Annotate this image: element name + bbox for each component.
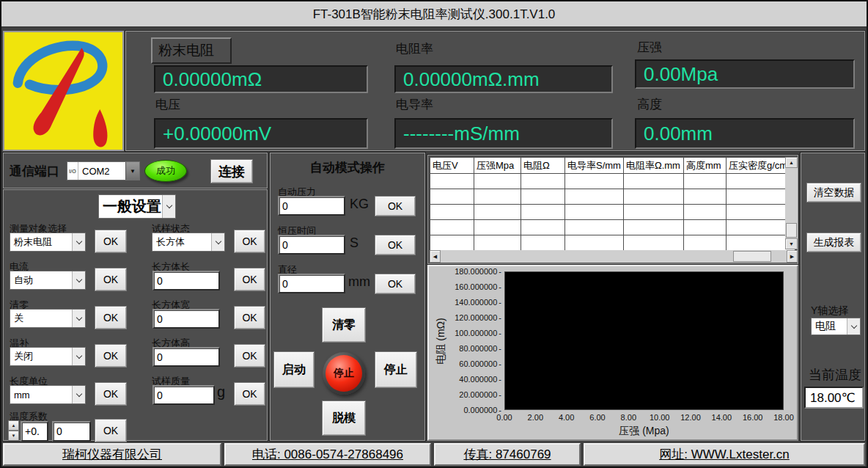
pressure-label: 压强 <box>637 39 662 56</box>
conductivity-display: --------mS/mm <box>394 118 613 149</box>
auto-pressure-field[interactable] <box>278 196 345 216</box>
col-resistance: 电阻Ω <box>521 158 565 174</box>
table-row <box>430 220 795 235</box>
chevron-down-icon[interactable] <box>162 195 175 218</box>
auto-pressure-ok-button[interactable]: OK <box>375 196 416 216</box>
scroll-up-icon[interactable]: ▲ <box>785 157 798 168</box>
logo-r-icon <box>4 32 122 150</box>
chevron-down-icon[interactable] <box>211 233 224 251</box>
spinner-down-icon[interactable]: ▼ <box>8 431 19 441</box>
col-pressure: 压强Mpa <box>474 158 521 174</box>
diameter-field[interactable] <box>278 274 345 293</box>
zero-button[interactable]: 清零 <box>322 307 366 343</box>
scroll-right-icon[interactable]: ▶ <box>787 250 798 263</box>
temp-coef-ok-button[interactable]: OK <box>95 419 127 442</box>
cuboid-length-field[interactable] <box>152 271 220 290</box>
chevron-down-icon[interactable] <box>72 348 85 365</box>
col-conductivity: 电导率S/mm <box>565 158 624 174</box>
y-axis-select[interactable]: 电阻 <box>811 318 861 335</box>
powder-resistance-display: 0.00000mΩ <box>154 65 368 93</box>
voltage-display: +0.00000mV <box>154 118 368 149</box>
diameter-unit: mm <box>348 274 370 290</box>
brand-logo <box>3 31 124 151</box>
com-port-select[interactable]: I/O COM2 ▼ <box>67 161 140 180</box>
spinner-up-icon[interactable]: ▲ <box>8 420 19 431</box>
cuboid-height-ok-button[interactable]: OK <box>234 344 265 368</box>
clear-data-button[interactable]: 清空数据 <box>806 183 861 202</box>
current-ok-button[interactable]: OK <box>95 268 127 291</box>
preset-select[interactable]: 一般设置 <box>98 194 176 219</box>
hold-time-field[interactable] <box>278 235 345 255</box>
sample-mass-field[interactable] <box>152 385 215 405</box>
zeroing-select[interactable]: 关 <box>10 309 86 328</box>
sample-mass-unit: g <box>217 384 225 401</box>
y-axis-select-label: Y轴选择 <box>811 304 848 318</box>
footer-company: 瑞柯仪器有限公司 <box>3 443 221 466</box>
generate-report-button[interactable]: 生成报表 <box>806 233 861 252</box>
footer-fax: 传真: 87460769 <box>434 443 581 466</box>
chevron-down-icon[interactable] <box>72 310 85 327</box>
temp-comp-ok-button[interactable]: OK <box>95 344 127 368</box>
scroll-left-icon[interactable]: ◀ <box>430 250 441 263</box>
right-side-panel: 清空数据 生成报表 Y轴选择 电阻 当前温度 18.00℃ <box>801 153 865 441</box>
hold-time-unit: S <box>350 235 358 251</box>
scroll-down-icon[interactable]: ▼ <box>785 238 798 249</box>
temp-coef-sign-field[interactable] <box>21 421 48 442</box>
footer-phone: 电话: 0086-0574-27868496 <box>224 443 431 466</box>
auto-mode-panel: 自动模式操作 自动压力 KG OK 恒压时间 S OK 直径 mm OK 清零 … <box>270 153 425 441</box>
settings-panel: 一般设置 测量对象选择 粉末电阻 OK 电流 自动 OK 清零 关 OK 温补 … <box>3 189 268 441</box>
conductivity-label: 电导率 <box>396 96 433 113</box>
cuboid-width-field[interactable] <box>152 309 220 329</box>
height-label: 高度 <box>637 96 662 113</box>
chevron-down-icon[interactable] <box>72 233 85 251</box>
sample-state-select[interactable]: 长方体 <box>152 233 225 252</box>
vscroll-thumb[interactable] <box>786 223 797 238</box>
height-display: 0.00mm <box>635 118 855 149</box>
current-temp-display: 18.00℃ <box>804 387 864 409</box>
measure-object-select[interactable]: 粉末电阻 <box>10 233 86 252</box>
comm-panel: 通信端口 I/O COM2 ▼ 成功 连接 <box>3 153 268 189</box>
table-header-row: 电压V 压强Mpa 电阻Ω 电导率S/mm 电阻率Ω.mm 高度mm 压实密度g… <box>430 158 795 174</box>
temp-comp-select[interactable]: 关闭 <box>10 347 86 366</box>
hold-time-ok-button[interactable]: OK <box>375 235 416 255</box>
auto-pressure-unit: KG <box>350 197 369 212</box>
window-title: FT-301B智能粉末电阻率测试仪.300.1T.V1.0 <box>313 6 556 23</box>
stop-button[interactable]: 停止 <box>375 351 417 388</box>
zeroing-ok-button[interactable]: OK <box>95 306 127 329</box>
col-height: 高度mm <box>683 158 726 174</box>
length-unit-select[interactable]: mm <box>10 385 86 404</box>
sample-state-ok-button[interactable]: OK <box>234 230 265 253</box>
length-unit-ok-button[interactable]: OK <box>95 382 127 406</box>
chevron-down-icon[interactable] <box>72 271 85 289</box>
sample-mass-ok-button[interactable]: OK <box>234 382 265 406</box>
cuboid-width-ok-button[interactable]: OK <box>234 306 265 329</box>
temp-coef-stepper[interactable]: ▲ ▼ <box>8 420 19 442</box>
emergency-stop-button[interactable]: 停止 <box>323 352 365 395</box>
demold-button[interactable]: 脱模 <box>322 401 366 436</box>
chart-y-axis-title: 电阻 (mΩ) <box>435 275 446 407</box>
connect-button[interactable]: 连接 <box>210 159 253 183</box>
resistivity-display: 0.00000mΩ.mm <box>394 65 613 93</box>
chevron-down-icon[interactable] <box>847 318 860 334</box>
com-port-value: COM2 <box>78 162 125 180</box>
cuboid-height-field[interactable] <box>152 347 220 367</box>
table-row <box>430 205 795 220</box>
table-row <box>430 235 795 251</box>
chart-x-ticks: 0.00 2.00 4.00 6.00 8.00 10.00 12.00 14.… <box>504 412 784 423</box>
measure-object-ok-button[interactable]: OK <box>95 230 127 253</box>
combo-arrow-icon[interactable]: ▼ <box>125 162 139 180</box>
data-table-panel: 电压V 压强Mpa 电阻Ω 电导率S/mm 电阻率Ω.mm 高度mm 压实密度g… <box>427 155 798 264</box>
temp-coef-value-field[interactable] <box>52 421 91 442</box>
table-vscrollbar[interactable]: ▲ ▼ <box>785 157 798 249</box>
chart-plot-area <box>504 271 784 410</box>
table-hscrollbar[interactable]: ◀ ▶ <box>430 250 798 263</box>
chevron-down-icon[interactable] <box>72 386 85 403</box>
diameter-ok-button[interactable]: OK <box>375 274 416 294</box>
hscroll-thumb[interactable] <box>733 251 771 262</box>
current-temp-label: 当前温度 <box>809 366 861 384</box>
chart-panel: 180.000000 160.000000 140.000000 120.000… <box>427 265 798 441</box>
comm-port-label: 通信端口 <box>10 163 59 180</box>
current-select[interactable]: 自动 <box>10 271 86 290</box>
cuboid-length-ok-button[interactable]: OK <box>234 268 265 291</box>
start-button[interactable]: 启动 <box>273 351 315 388</box>
